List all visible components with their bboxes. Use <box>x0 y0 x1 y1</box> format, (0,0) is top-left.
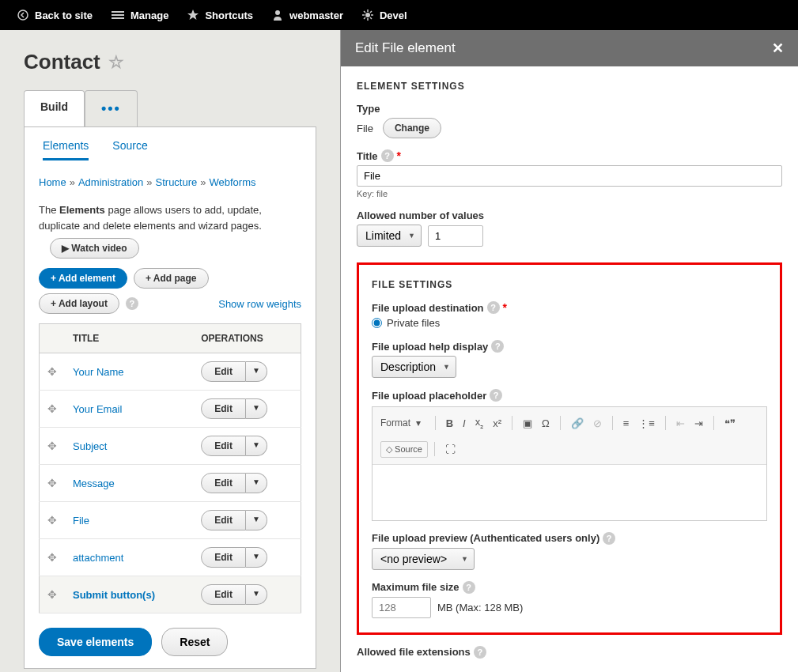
element-link[interactable]: Subject <box>73 440 107 452</box>
edit-button[interactable]: Edit <box>201 398 246 419</box>
edit-button[interactable]: Edit <box>201 584 246 605</box>
omega-icon[interactable]: Ω <box>538 415 554 432</box>
add-page-button[interactable]: + Add page <box>134 268 209 289</box>
subscript-icon[interactable]: x₂ <box>471 413 488 433</box>
preview-select[interactable]: <no preview> <box>372 548 475 570</box>
max-size-suffix: MB (Max: 128 MB) <box>437 602 523 613</box>
element-link[interactable]: Message <box>73 478 115 489</box>
help-icon[interactable]: ? <box>490 389 502 402</box>
element-link[interactable]: Your Name <box>73 366 124 378</box>
breadcrumb-home[interactable]: Home <box>39 176 66 188</box>
operations-dropdown[interactable]: ▼ <box>246 547 267 568</box>
svg-line-13 <box>370 11 372 13</box>
source-button[interactable]: ◇ Source <box>380 441 428 458</box>
close-icon[interactable]: ✕ <box>772 40 784 57</box>
add-layout-button[interactable]: + Add layout <box>39 293 119 314</box>
unlink-icon[interactable]: ⊘ <box>589 415 606 432</box>
subtab-source[interactable]: Source <box>112 139 147 160</box>
upload-destination-label: File upload destination <box>372 302 484 314</box>
element-link[interactable]: Your Email <box>73 403 122 415</box>
breadcrumb: Home»Administration»Structure»Webforms <box>39 176 301 188</box>
table-row: ✥Submit button(s)Edit▼ <box>40 576 301 613</box>
tab-build[interactable]: Build <box>24 90 85 126</box>
private-files-label: Private files <box>387 317 440 329</box>
image-icon[interactable]: ▣ <box>519 415 536 432</box>
drag-handle-icon[interactable]: ✥ <box>47 440 57 452</box>
user-link[interactable]: webmaster <box>263 0 353 30</box>
shortcuts-link[interactable]: Shortcuts <box>178 0 263 30</box>
svg-point-0 <box>18 10 28 20</box>
operations-dropdown[interactable]: ▼ <box>246 436 267 456</box>
add-element-button[interactable]: + Add element <box>39 268 127 289</box>
tab-more-options[interactable]: ••• <box>85 90 138 126</box>
superscript-icon[interactable]: x² <box>489 415 505 432</box>
blockquote-icon[interactable]: ❝❞ <box>720 415 739 432</box>
show-row-weights-link[interactable]: Show row weights <box>218 298 301 310</box>
drag-handle-icon[interactable]: ✥ <box>47 514 57 527</box>
help-icon[interactable]: ? <box>126 297 138 310</box>
operations-dropdown[interactable]: ▼ <box>246 361 267 382</box>
element-link[interactable]: attachment <box>73 552 123 564</box>
rte-content-area[interactable] <box>373 465 766 520</box>
allowed-values-number[interactable] <box>428 225 483 247</box>
table-row: ✥Your NameEdit▼ <box>40 353 301 391</box>
operations-dropdown[interactable]: ▼ <box>246 510 267 530</box>
manage-link[interactable]: Manage <box>102 0 178 30</box>
help-icon[interactable]: ? <box>487 301 500 314</box>
max-size-input[interactable] <box>372 597 431 618</box>
element-settings-heading: ELEMENT SETTINGS <box>357 81 782 92</box>
drag-handle-icon[interactable]: ✥ <box>47 402 57 415</box>
element-link[interactable]: File <box>73 515 89 527</box>
help-icon[interactable]: ? <box>463 581 475 594</box>
edit-button[interactable]: Edit <box>201 473 246 493</box>
edit-button[interactable]: Edit <box>201 547 246 568</box>
svg-line-11 <box>370 17 372 19</box>
change-type-button[interactable]: Change <box>383 118 441 138</box>
allowed-values-label: Allowed number of values <box>357 210 782 221</box>
edit-button[interactable]: Edit <box>201 510 246 530</box>
link-icon[interactable]: 🔗 <box>567 415 588 432</box>
drag-handle-icon[interactable]: ✥ <box>47 477 57 489</box>
drag-handle-icon[interactable]: ✥ <box>47 365 57 378</box>
star-icon[interactable]: ☆ <box>108 52 124 73</box>
save-elements-button[interactable]: Save elements <box>39 628 152 656</box>
indent-icon[interactable]: ⇥ <box>690 415 707 432</box>
bold-icon[interactable]: B <box>442 415 457 432</box>
admin-toolbar: Back to site Manage Shortcuts webmaster … <box>0 0 798 30</box>
element-link[interactable]: Submit button(s) <box>73 589 155 601</box>
maximize-icon[interactable]: ⛶ <box>441 441 460 458</box>
devel-link[interactable]: Devel <box>353 0 417 30</box>
file-settings-section: FILE SETTINGS File upload destination ? … <box>357 262 782 635</box>
allowed-values-select[interactable]: Limited <box>357 225 422 247</box>
subtab-elements[interactable]: Elements <box>43 139 89 160</box>
extensions-label: Allowed file extensions <box>357 646 471 658</box>
breadcrumb-webforms[interactable]: Webforms <box>210 176 256 188</box>
edit-button[interactable]: Edit <box>201 361 246 382</box>
italic-icon[interactable]: I <box>459 415 470 432</box>
page-title: Contact ☆ <box>24 50 316 74</box>
breadcrumb-admin[interactable]: Administration <box>78 176 143 188</box>
help-icon[interactable]: ? <box>381 149 394 162</box>
rte-format-dropdown[interactable]: Format ▾ <box>380 417 429 428</box>
operations-dropdown[interactable]: ▼ <box>246 473 267 493</box>
breadcrumb-structure[interactable]: Structure <box>156 176 198 188</box>
back-to-site-link[interactable]: Back to site <box>8 0 102 30</box>
title-label: Title <box>357 150 378 162</box>
operations-dropdown[interactable]: ▼ <box>246 584 267 605</box>
operations-dropdown[interactable]: ▼ <box>246 398 267 419</box>
reset-button[interactable]: Reset <box>161 628 228 656</box>
help-icon[interactable]: ? <box>491 340 504 353</box>
title-input[interactable] <box>357 165 782 187</box>
edit-button[interactable]: Edit <box>201 436 246 456</box>
help-icon[interactable]: ? <box>474 646 486 659</box>
outdent-icon[interactable]: ⇤ <box>672 415 689 432</box>
help-display-select[interactable]: Description <box>372 356 456 378</box>
drag-handle-icon[interactable]: ✥ <box>47 588 57 601</box>
bullet-list-icon[interactable]: ⋮≡ <box>634 415 659 432</box>
numbered-list-icon[interactable]: ≡ <box>619 415 633 432</box>
drag-handle-icon[interactable]: ✥ <box>47 551 57 564</box>
svg-line-10 <box>364 11 365 13</box>
watch-video-button[interactable]: ▶ Watch video <box>50 238 139 259</box>
private-files-radio[interactable] <box>372 318 382 328</box>
help-icon[interactable]: ? <box>603 532 615 545</box>
